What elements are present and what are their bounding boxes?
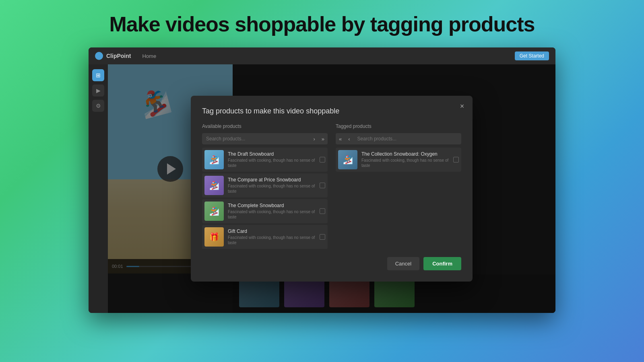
product-compare-thumb: 🏂 [204, 176, 224, 195]
app-nav-home[interactable]: Home [142, 53, 156, 59]
get-started-button[interactable]: Get Started [515, 51, 549, 60]
app-main: 🏂 00:01 00:08 [108, 64, 555, 313]
product-compare-checkbox[interactable] [320, 183, 325, 188]
product-draft-desc: Fascinated with cooking, though has no s… [228, 158, 316, 168]
tagged-search-bar: « ‹ [336, 133, 461, 144]
modal-close-button[interactable]: × [457, 101, 467, 111]
product-gift-thumb: 🎁 [204, 227, 224, 247]
app-titlebar: ClipPoint Home Get Started [89, 47, 555, 64]
product-compare-info: The Compare at Price Snowboard Fascinate… [228, 177, 316, 194]
available-products-header: Available products [202, 123, 328, 129]
product-draft-name: The Draft Snowboard [228, 151, 316, 157]
modal-title: Tag products to make this video shoppabl… [202, 107, 461, 115]
search-last-btn[interactable]: » [318, 134, 328, 144]
app-logo-text: ClipPoint [106, 53, 131, 59]
available-products-list: 🏂 The Draft Snowboard Fascinated with co… [202, 148, 328, 249]
tagged-products-header: Tagged products [336, 123, 461, 129]
product-draft-snowboard[interactable]: 🏂 The Draft Snowboard Fascinated with co… [202, 148, 328, 172]
product-oxygen-name: The Collection Snowboard: Oxygen [361, 151, 449, 157]
product-complete-info: The Complete Snowboard Fascinated with c… [228, 203, 316, 220]
modal-columns: Available products › » 🏂 The Dr [202, 123, 461, 249]
app-logo-area: ClipPoint [95, 52, 131, 60]
modal-overlay: × Tag products to make this video shoppa… [108, 64, 555, 313]
product-compare-desc: Fascinated with cooking, though has no s… [228, 183, 316, 194]
available-search-input[interactable] [202, 133, 310, 144]
tagged-search-input[interactable] [353, 133, 461, 144]
product-draft-info: The Draft Snowboard Fascinated with cook… [228, 151, 316, 168]
product-draft-checkbox[interactable] [320, 157, 325, 162]
product-gift-card[interactable]: 🎁 Gift Card Fascinated with cooking, tho… [202, 225, 328, 249]
app-window: ClipPoint Home Get Started ⊞ ▶ ⚙ 🏂 [89, 47, 555, 313]
product-gift-info: Gift Card Fascinated with cooking, thoug… [228, 228, 316, 245]
product-oxygen-checkbox[interactable] [453, 157, 459, 162]
available-search-bar: › » [202, 133, 328, 144]
product-complete-thumb: 🏂 [204, 202, 224, 221]
modal-footer: Cancel Confirm [202, 257, 461, 270]
tagged-products-column: Tagged products « ‹ 🏂 The Colle [336, 123, 461, 249]
tagged-prev-btn[interactable]: ‹ [345, 134, 353, 144]
product-gift-checkbox[interactable] [320, 234, 325, 240]
app-body: ⊞ ▶ ⚙ 🏂 00:01 [89, 64, 555, 313]
product-gift-desc: Fascinated with cooking, though has no s… [228, 235, 316, 245]
tag-products-modal: × Tag products to make this video shoppa… [191, 96, 473, 282]
product-complete-name: The Complete Snowboard [228, 203, 316, 208]
cancel-button[interactable]: Cancel [387, 257, 419, 270]
product-gift-name: Gift Card [228, 228, 316, 234]
product-oxygen-thumb: 🏂 [338, 150, 357, 169]
search-next-btn[interactable]: › [310, 134, 318, 144]
titlebar-right: Get Started [515, 51, 549, 60]
tagged-products-list: 🏂 The Collection Snowboard: Oxygen Fasci… [336, 148, 461, 172]
page-title: Make videos shoppable by tagging product… [109, 12, 535, 36]
sidebar-media-icon[interactable]: ▶ [92, 84, 104, 97]
sidebar-home-icon[interactable]: ⊞ [92, 69, 104, 81]
sidebar-settings-icon[interactable]: ⚙ [92, 100, 104, 112]
product-complete-snowboard[interactable]: 🏂 The Complete Snowboard Fascinated with… [202, 199, 328, 223]
product-complete-desc: Fascinated with cooking, though has no s… [228, 209, 316, 220]
product-oxygen-snowboard[interactable]: 🏂 The Collection Snowboard: Oxygen Fasci… [336, 148, 461, 172]
tagged-first-btn[interactable]: « [336, 134, 345, 144]
app-sidebar: ⊞ ▶ ⚙ [89, 64, 108, 313]
product-oxygen-info: The Collection Snowboard: Oxygen Fascina… [361, 151, 449, 168]
app-logo-icon [95, 52, 103, 60]
confirm-button[interactable]: Confirm [423, 257, 461, 270]
product-compare-name: The Compare at Price Snowboard [228, 177, 316, 183]
product-draft-thumb: 🏂 [204, 150, 224, 169]
product-complete-checkbox[interactable] [320, 208, 325, 214]
product-compare-snowboard[interactable]: 🏂 The Compare at Price Snowboard Fascina… [202, 173, 328, 197]
available-products-column: Available products › » 🏂 The Dr [202, 123, 328, 249]
product-oxygen-desc: Fascinated with cooking, though has no s… [361, 158, 449, 168]
